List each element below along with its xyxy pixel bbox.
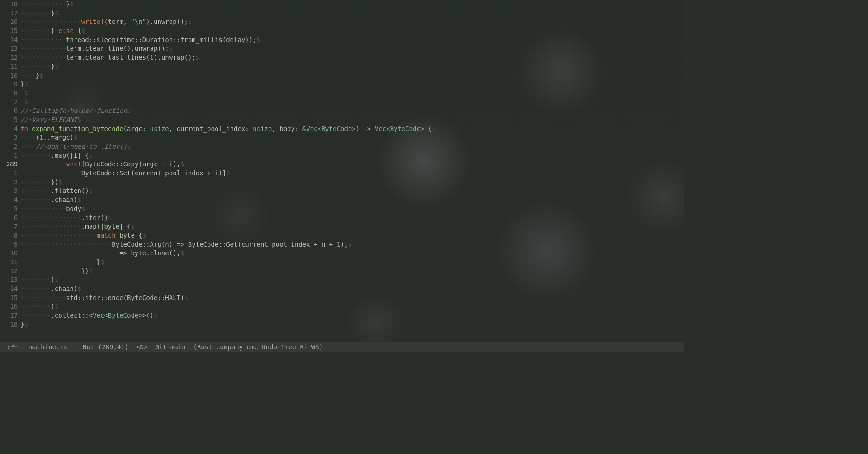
code-content[interactable]: ················ByteCode::Set(current_po…: [20, 169, 230, 178]
code-line[interactable]: 17········}$: [0, 9, 684, 18]
code-content[interactable]: ················.iter()$: [20, 214, 112, 223]
code-line[interactable]: 2····//·don't·need·to·.iter()$: [0, 142, 684, 151]
code-content[interactable]: ················write!(term, "\n").unwra…: [20, 18, 192, 27]
code-line[interactable]: 9························ByteCode::Arg(n…: [0, 240, 684, 249]
code-line[interactable]: 9}$: [0, 80, 684, 89]
code-content[interactable]: ················})$: [20, 267, 93, 276]
code-content[interactable]: ····}$: [20, 71, 43, 80]
code-line[interactable]: 2········})$: [0, 178, 684, 187]
code-line[interactable]: 1········.map(|i| {$: [0, 151, 684, 160]
code-content[interactable]: }$: [20, 320, 28, 329]
code-content[interactable]: ········)$: [20, 276, 58, 285]
code-line[interactable]: 10························_ => byte.clon…: [0, 249, 684, 258]
code-token: .iter(): [81, 214, 108, 221]
code-token: .collect::<: [51, 312, 93, 319]
code-content[interactable]: ························_ => byte.clone(…: [20, 249, 184, 258]
eol-indicator: $: [77, 196, 81, 203]
code-content[interactable]: ············std::iter::once(ByteCode::HA…: [20, 294, 188, 303]
code-line[interactable]: 17········.collect::<Vec<ByteCode>>()$: [0, 311, 684, 320]
code-token: match: [97, 232, 116, 239]
code-line[interactable]: 8 $: [0, 89, 684, 98]
whitespace-indicator: ················: [20, 214, 81, 221]
code-content[interactable]: ········}$: [20, 9, 58, 18]
code-line[interactable]: 6//·Calltopfn·helper·function$: [0, 107, 684, 116]
line-number: 11: [0, 258, 20, 267]
code-content[interactable]: ····················}$: [20, 258, 104, 267]
code-token: ByteCode::Arg(n) => ByteCode::Get(curren…: [112, 241, 336, 248]
code-line[interactable]: 16········)$: [0, 302, 684, 311]
code-content[interactable]: }$: [20, 80, 28, 89]
code-content[interactable]: ········} else {$: [20, 27, 85, 36]
code-line[interactable]: 12················})$: [0, 267, 684, 276]
code-token: usize: [150, 125, 169, 132]
code-token: }: [36, 72, 39, 79]
code-line[interactable]: 5//·Very·ELEGANT$: [0, 116, 684, 125]
code-line[interactable]: 16················write!(term, "\n").unw…: [0, 18, 684, 27]
code-line[interactable]: 5············body$: [0, 205, 684, 214]
code-content[interactable]: $: [20, 89, 28, 98]
code-line[interactable]: 15········} else {$: [0, 27, 684, 36]
code-line[interactable]: 4········.chain($: [0, 196, 684, 205]
code-token: (: [36, 134, 39, 141]
code-content[interactable]: ········}$: [20, 62, 58, 71]
code-content[interactable]: ········.flatten()$: [20, 187, 93, 196]
code-line[interactable]: 289············vec![ByteCode::Copy(argc …: [0, 160, 684, 169]
code-token: Vec<ByteCode>: [375, 125, 425, 132]
whitespace-indicator: ············: [20, 36, 66, 43]
code-content[interactable]: fn expand_function_bytecode(argc: usize,…: [20, 125, 436, 134]
code-content[interactable]: ····//·don't·need·to·.iter()$: [20, 142, 131, 151]
code-token: usize: [253, 125, 272, 132]
code-line[interactable]: 15············std::iter::once(ByteCode::…: [0, 294, 684, 303]
code-content[interactable]: ········.map(|i| {$: [20, 151, 93, 160]
line-number: 1: [0, 151, 20, 160]
code-content[interactable]: ····················match byte {$: [20, 231, 146, 240]
code-line[interactable]: 10····}$: [0, 71, 684, 80]
code-line[interactable]: 6················.iter()$: [0, 214, 684, 223]
code-token: thread::sleep(time::Duration::from_milli…: [66, 36, 256, 43]
code-content[interactable]: $: [20, 98, 28, 107]
whitespace-indicator: ········: [20, 312, 51, 319]
code-content[interactable]: //·Very·ELEGANT$: [20, 116, 81, 125]
code-content[interactable]: ············vec![ByteCode::Copy(argc - i…: [20, 160, 184, 169]
code-line[interactable]: 4fn expand_function_bytecode(argc: usize…: [0, 125, 684, 134]
code-line[interactable]: 11········}$: [0, 62, 684, 71]
code-token: }: [51, 63, 54, 70]
code-content[interactable]: ········.chain($: [20, 285, 81, 294]
code-line[interactable]: 18············}$: [0, 0, 684, 9]
code-line[interactable]: 1················ByteCode::Set(current_p…: [0, 169, 684, 178]
code-content[interactable]: ········})$: [20, 178, 62, 187]
code-line[interactable]: 12············term.clear_last_lines(1).u…: [0, 53, 684, 62]
code-line[interactable]: 7················.map(|byte| {$: [0, 222, 684, 231]
code-content[interactable]: ····(1..=argc)$: [20, 133, 77, 142]
code-content[interactable]: ········.collect::<Vec<ByteCode>>()$: [20, 311, 157, 320]
line-number: 3: [0, 187, 20, 196]
code-line[interactable]: 14········.chain($: [0, 285, 684, 294]
code-content[interactable]: ············thread::sleep(time::Duration…: [20, 36, 260, 45]
code-line[interactable]: 11····················}$: [0, 258, 684, 267]
code-content[interactable]: ············}$: [20, 0, 74, 9]
code-line[interactable]: 8····················match byte {$: [0, 231, 684, 240]
code-line[interactable]: 13············term.clear_line().unwrap()…: [0, 44, 684, 53]
code-content[interactable]: //·Calltopfn·helper·function$: [20, 107, 131, 116]
code-content[interactable]: ········)$: [20, 302, 58, 311]
code-line[interactable]: 13········)$: [0, 276, 684, 285]
code-content[interactable]: ············term.clear_line().unwrap();$: [20, 44, 173, 53]
line-number: 18: [0, 320, 20, 329]
code-editor[interactable]: 18············}$17········}$16··········…: [0, 0, 684, 358]
code-token: .map(|byte| {: [81, 223, 131, 230]
code-line[interactable]: 7 $: [0, 98, 684, 107]
code-token: //·don't·need·to·.iter(): [36, 143, 127, 150]
code-content[interactable]: ············body$: [20, 205, 85, 214]
code-content[interactable]: ············term.clear_last_lines(1).unw…: [20, 53, 199, 62]
code-content[interactable]: ········.chain($: [20, 196, 81, 205]
code-line[interactable]: 3········.flatten()$: [0, 187, 684, 196]
code-token: }: [97, 258, 100, 266]
code-line[interactable]: 3····(1..=argc)$: [0, 133, 684, 142]
modeline-modes: (Rust company emc Undo-Tree Hi WS): [193, 343, 323, 352]
eol-indicator: $: [127, 107, 131, 114]
code-line[interactable]: 18}$: [0, 320, 684, 329]
eol-indicator: $: [77, 285, 81, 292]
code-content[interactable]: ························ByteCode::Arg(n)…: [20, 240, 352, 249]
code-line[interactable]: 14············thread::sleep(time::Durati…: [0, 36, 684, 45]
code-content[interactable]: ················.map(|byte| {$: [20, 222, 135, 231]
